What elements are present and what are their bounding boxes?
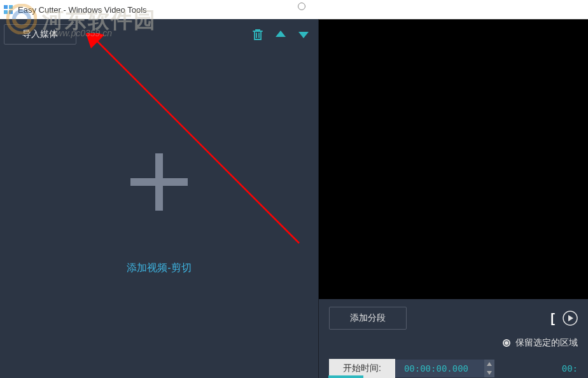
add-video-label: 添加视频-剪切 bbox=[127, 262, 191, 275]
toolbar: 导入媒体 bbox=[0, 19, 318, 50]
play-icon[interactable] bbox=[563, 311, 578, 326]
spinner-up-icon[interactable] bbox=[484, 360, 494, 368]
end-time-display: 00: bbox=[562, 363, 578, 374]
move-down-icon[interactable] bbox=[297, 27, 311, 41]
trash-icon[interactable] bbox=[251, 27, 265, 41]
bracket-left-icon[interactable]: [ bbox=[550, 311, 555, 326]
time-spinner[interactable] bbox=[484, 360, 494, 377]
spinner-down-icon[interactable] bbox=[484, 368, 494, 377]
titlebar: Easy Cutter - Windows Video Tools bbox=[0, 0, 588, 19]
keep-selected-label: 保留选定的区域 bbox=[515, 337, 578, 349]
start-time-input[interactable] bbox=[395, 360, 484, 377]
move-up-icon[interactable] bbox=[274, 27, 288, 41]
left-panel: 导入媒体 添加视频-剪切 bbox=[0, 19, 318, 378]
video-preview bbox=[319, 19, 588, 299]
timeline-progress[interactable] bbox=[328, 375, 363, 378]
add-segment-button[interactable]: 添加分段 bbox=[329, 307, 407, 330]
media-drop-area[interactable]: 添加视频-剪切 bbox=[0, 50, 318, 378]
svg-rect-3 bbox=[9, 10, 13, 14]
svg-marker-7 bbox=[276, 31, 286, 37]
svg-marker-10 bbox=[568, 315, 573, 321]
keep-selected-radio[interactable] bbox=[503, 339, 510, 347]
titlebar-indicator bbox=[298, 3, 305, 10]
svg-rect-1 bbox=[9, 5, 13, 9]
plus-icon bbox=[130, 153, 188, 211]
svg-marker-11 bbox=[487, 362, 492, 366]
app-icon bbox=[3, 4, 14, 15]
svg-rect-2 bbox=[4, 10, 8, 14]
controls-area: 添加分段 [ 保留选定的区域 开始时间: bbox=[319, 299, 588, 378]
right-panel: 添加分段 [ 保留选定的区域 开始时间: bbox=[318, 19, 588, 378]
svg-marker-8 bbox=[298, 32, 309, 38]
import-media-button[interactable]: 导入媒体 bbox=[4, 24, 76, 45]
svg-rect-0 bbox=[4, 5, 8, 9]
app-title: Easy Cutter - Windows Video Tools bbox=[18, 5, 147, 15]
svg-marker-12 bbox=[487, 371, 492, 375]
